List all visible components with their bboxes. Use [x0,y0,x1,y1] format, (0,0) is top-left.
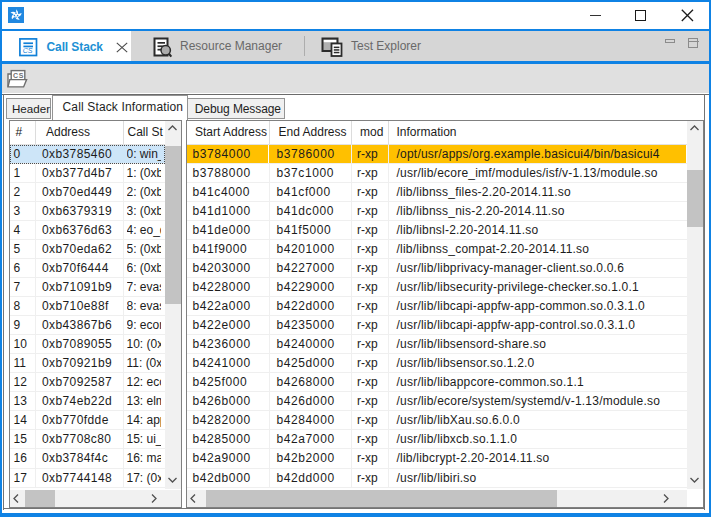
svg-text:CS: CS [22,47,32,54]
svg-text:CS: CS [13,72,24,79]
